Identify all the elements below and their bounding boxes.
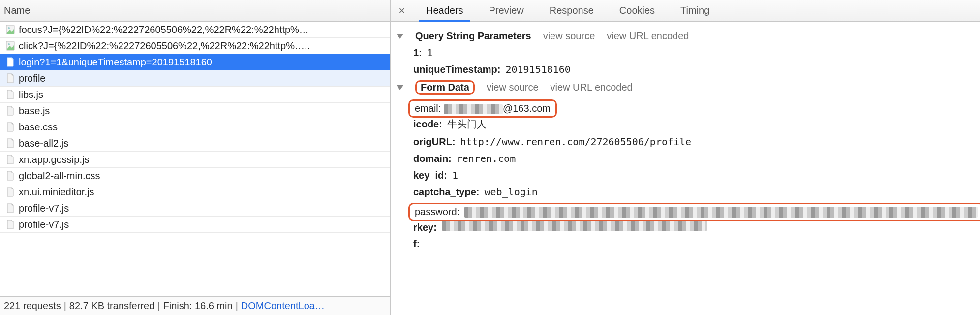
- request-row[interactable]: click?J={%22ID%22:%22272605506%22,%22R%2…: [0, 38, 390, 54]
- request-name: login?1=1&uniqueTimestamp=20191518160: [19, 57, 212, 68]
- qsp-row: 1: 1: [413, 47, 972, 59]
- request-row[interactable]: profile: [0, 70, 390, 87]
- document-file-icon: [6, 154, 15, 165]
- section-title: Form Data: [421, 82, 469, 93]
- request-row[interactable]: profile-v7.js: [0, 200, 390, 217]
- form-row: origURL: http://www.renren.com/272605506…: [413, 136, 972, 148]
- form-key-f: f:: [413, 238, 420, 250]
- form-value-icode: 牛头门人: [447, 118, 487, 131]
- document-file-icon: [6, 138, 15, 149]
- redacted-email-prefix: [444, 104, 503, 114]
- request-name: profile-v7.js: [19, 203, 69, 214]
- disclosure-triangle-icon[interactable]: [397, 34, 403, 39]
- document-file-icon: [6, 187, 15, 197]
- form-row: captcha_type: web_login: [413, 186, 972, 198]
- form-value-domain: renren.com: [457, 153, 516, 164]
- qsp-key: uniqueTimestamp:: [413, 64, 500, 75]
- form-value-email: @163.com: [444, 103, 551, 114]
- highlight-password-row: password:: [408, 203, 980, 221]
- tab-cookies[interactable]: Cookies: [607, 0, 668, 21]
- document-file-icon: [6, 122, 15, 132]
- status-domcontentloaded-link[interactable]: DOMContentLoa…: [241, 300, 325, 312]
- section-query-string-parameters[interactable]: Query String Parameters view source view…: [397, 31, 972, 42]
- redacted-rkey: [442, 221, 707, 231]
- view-source-link[interactable]: view source: [543, 31, 595, 42]
- section-form-data[interactable]: Form Data view source view URL encoded: [397, 80, 972, 94]
- svg-point-1: [8, 27, 10, 29]
- form-key-origurl: origURL:: [413, 136, 456, 148]
- request-row[interactable]: global2-all-min.css: [0, 168, 390, 184]
- image-file-icon: [6, 40, 15, 51]
- document-file-icon: [6, 219, 15, 230]
- column-header-name[interactable]: Name: [0, 0, 390, 22]
- document-file-icon: [6, 89, 15, 100]
- svg-point-3: [8, 43, 10, 45]
- form-key-domain: domain:: [413, 153, 452, 164]
- view-url-encoded-link[interactable]: view URL encoded: [551, 82, 633, 93]
- view-source-link[interactable]: view source: [487, 82, 539, 93]
- section-title: Query String Parameters: [415, 31, 531, 42]
- form-key-email: email:: [415, 103, 441, 114]
- form-key-captcha: captcha_type:: [413, 187, 480, 198]
- document-file-icon: [6, 57, 15, 67]
- request-row[interactable]: libs.js: [0, 87, 390, 103]
- close-icon[interactable]: ×: [391, 0, 413, 21]
- form-value-keyid: 1: [452, 169, 458, 181]
- form-key-password: password:: [415, 206, 459, 218]
- status-transferred: 82.7 KB transferred: [69, 300, 154, 312]
- request-row[interactable]: focus?J={%22ID%22:%22272605506%22,%22R%2…: [0, 22, 390, 38]
- qsp-row: uniqueTimestamp: 20191518160: [413, 63, 972, 75]
- request-row[interactable]: base.js: [0, 103, 390, 119]
- form-row: icode: 牛头门人: [413, 118, 972, 131]
- qsp-value: 20191518160: [505, 63, 570, 75]
- status-requests: 221 requests: [4, 300, 61, 312]
- request-name: focus?J={%22ID%22:%22272605506%22,%22R%2…: [19, 24, 309, 35]
- request-name: profile: [19, 73, 45, 84]
- form-value-origurl: http://www.renren.com/272605506/profile: [460, 136, 692, 148]
- request-row[interactable]: xn.app.gossip.js: [0, 152, 390, 168]
- view-url-encoded-link[interactable]: view URL encoded: [607, 31, 689, 42]
- tab-headers[interactable]: Headers: [413, 0, 476, 21]
- tab-timing[interactable]: Timing: [668, 0, 722, 21]
- form-key-keyid: key_id:: [413, 170, 447, 181]
- image-file-icon: [6, 24, 15, 35]
- request-name: base.css: [19, 122, 58, 133]
- document-file-icon: [6, 203, 15, 214]
- network-request-list: Name focus?J={%22ID%22:%22272605506%22,%…: [0, 0, 391, 315]
- request-name: xn.ui.minieditor.js: [19, 187, 94, 198]
- tab-preview[interactable]: Preview: [476, 0, 537, 21]
- form-value-captcha: web_login: [485, 186, 538, 198]
- request-row[interactable]: profile-v7.js: [0, 217, 390, 233]
- form-key-rkey: rkey:: [413, 222, 437, 233]
- document-file-icon: [6, 170, 15, 181]
- detail-tabs: × HeadersPreviewResponseCookiesTiming: [391, 0, 980, 22]
- qsp-key: 1:: [413, 47, 422, 59]
- form-row: key_id: 1: [413, 169, 972, 181]
- tab-response[interactable]: Response: [537, 0, 607, 21]
- status-finish: Finish: 16.6 min: [163, 300, 232, 312]
- form-row: rkey:: [413, 221, 972, 233]
- document-file-icon: [6, 105, 15, 116]
- form-row: f:: [413, 238, 972, 250]
- highlight-email-row: email: @163.com: [408, 99, 557, 118]
- request-row[interactable]: base-all2.js: [0, 135, 390, 152]
- request-row[interactable]: login?1=1&uniqueTimestamp=20191518160: [0, 54, 390, 70]
- document-file-icon: [6, 73, 15, 84]
- request-detail-panel: × HeadersPreviewResponseCookiesTiming Qu…: [391, 0, 980, 315]
- request-name: base-all2.js: [19, 138, 68, 149]
- highlight-form-data: Form Data: [415, 80, 475, 94]
- qsp-value: 1: [427, 47, 433, 59]
- request-row[interactable]: base.css: [0, 119, 390, 135]
- request-name: libs.js: [19, 89, 43, 100]
- form-row: domain: renren.com: [413, 153, 972, 164]
- request-name: click?J={%22ID%22:%22272605506%22,%22R%2…: [19, 40, 310, 52]
- form-key-icode: icode:: [413, 119, 442, 130]
- request-name: global2-all-min.css: [19, 170, 100, 182]
- request-name: base.js: [19, 105, 50, 117]
- request-name: profile-v7.js: [19, 219, 69, 230]
- redacted-password: [464, 207, 978, 218]
- disclosure-triangle-icon[interactable]: [397, 85, 403, 90]
- network-status-bar: 221 requests | 82.7 KB transferred | Fin…: [0, 296, 390, 315]
- request-row[interactable]: xn.ui.minieditor.js: [0, 184, 390, 200]
- request-name: xn.app.gossip.js: [19, 154, 89, 165]
